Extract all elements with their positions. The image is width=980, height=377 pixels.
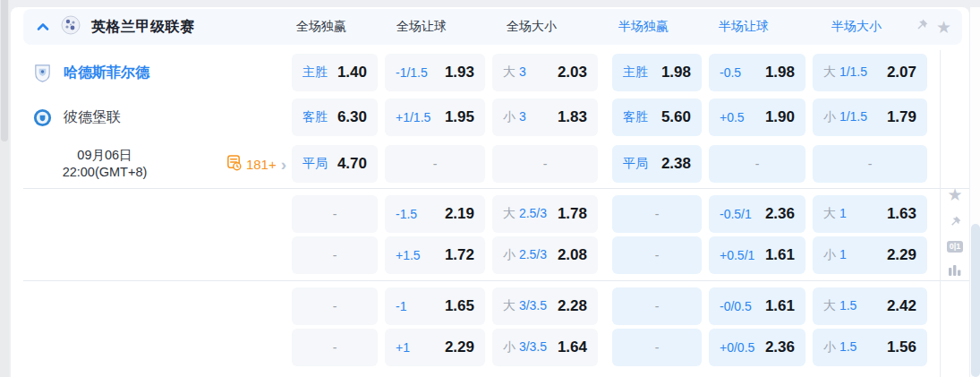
right-scrollbar-thumb[interactable] bbox=[971, 224, 980, 377]
home-team-name[interactable]: 哈德斯菲尔德 bbox=[64, 64, 149, 82]
odds-value: 2.03 bbox=[558, 64, 587, 81]
column-headers: 全场独赢 全场让球 全场大小 半场独赢 半场让球 半场大小 bbox=[278, 19, 914, 35]
odds-value: 4.70 bbox=[337, 155, 367, 173]
alt-row: --1.52.19大 2.5/31.78--0.5/12.36大 11.63 bbox=[23, 193, 969, 235]
odds-table: 哈德斯菲尔德 主胜1.40-1/1.51.93大 32.03主胜1.98-0.5… bbox=[11, 45, 969, 373]
match-date: 09月06日 bbox=[25, 147, 184, 164]
odds-cell[interactable]: +0.51.90 bbox=[709, 99, 805, 136]
odds-value: 2.29 bbox=[887, 246, 916, 264]
odds-value: 1.78 bbox=[558, 205, 587, 223]
odds-cell[interactable]: +12.29 bbox=[385, 329, 485, 366]
odds-cell[interactable]: 大 11.63 bbox=[813, 195, 927, 233]
markets-stats-icon bbox=[226, 154, 243, 175]
odds-cell[interactable]: -11.65 bbox=[385, 287, 485, 325]
empty-odds-dash: - bbox=[503, 157, 587, 171]
main-lines-section: 哈德斯菲尔德 主胜1.40-1/1.51.93大 32.03主胜1.98-0.5… bbox=[23, 45, 969, 188]
column-header-fulltime-handicap: 全场让球 bbox=[371, 19, 472, 35]
left-scrollbar[interactable] bbox=[0, 0, 9, 377]
overunder-line: 大 1/1.5 bbox=[823, 64, 867, 81]
odds-cell[interactable]: 大 32.03 bbox=[492, 54, 598, 91]
odds-cell[interactable]: 大 1.52.42 bbox=[813, 287, 927, 325]
odds-cell[interactable]: -1.52.19 bbox=[385, 195, 485, 233]
odds-cell-empty: - bbox=[492, 145, 598, 183]
match-info: 09月06日 22:00(GMT+8) bbox=[23, 147, 292, 181]
odds-cell[interactable]: -0.5/12.36 bbox=[709, 195, 805, 233]
more-markets-link[interactable]: 181+ › bbox=[226, 154, 286, 175]
odds-cell[interactable]: +0.5/11.61 bbox=[709, 236, 805, 274]
odds-cell-empty: - bbox=[709, 145, 805, 183]
odds-cell[interactable]: 小 31.83 bbox=[492, 99, 598, 136]
overunder-line: 小 1 bbox=[823, 247, 847, 263]
odds-value: 2.36 bbox=[765, 338, 795, 356]
away-team-row: 彼德堡联 客胜6.30+1/1.51.95小 31.83客胜5.60+0.51.… bbox=[23, 95, 969, 140]
odds-cell[interactable]: 小 2.5/32.08 bbox=[492, 236, 598, 274]
odds-cell[interactable]: 小 1/1.51.79 bbox=[813, 99, 927, 136]
left-scrollbar-thumb[interactable] bbox=[1, 0, 8, 141]
odds-cell[interactable]: 大 2.5/31.78 bbox=[492, 195, 598, 233]
odds-value: 1.72 bbox=[445, 246, 474, 264]
handicap-line: +0.5/1 bbox=[720, 248, 754, 262]
alt-lines-section-1: --1.52.19大 2.5/31.78--0.5/12.36大 11.63 -… bbox=[23, 189, 969, 280]
draw-row: 09月06日 22:00(GMT+8) bbox=[23, 140, 969, 188]
home-team[interactable]: 哈德斯菲尔德 bbox=[23, 62, 292, 83]
odds-cell[interactable]: -0/0.51.61 bbox=[709, 287, 805, 325]
alt-odds-row: -+12.29小 3/3.51.64-+0/0.52.36小 1.51.56 bbox=[292, 329, 927, 366]
empty-odds-dash: - bbox=[720, 157, 795, 171]
star-icon[interactable]: ★ bbox=[936, 19, 951, 36]
away-team[interactable]: 彼德堡联 bbox=[23, 107, 292, 128]
odds-cell[interactable]: 平局2.38 bbox=[612, 145, 702, 183]
alt-odds-row: --11.65大 3/3.52.28--0/0.51.61大 1.52.42 bbox=[292, 287, 927, 325]
odds-cell[interactable]: 小 1.51.56 bbox=[813, 329, 927, 366]
odds-cell[interactable]: 小 3/3.51.64 bbox=[492, 329, 598, 366]
favorite-star-icon[interactable]: ★ bbox=[947, 186, 962, 203]
odds-value: 2.28 bbox=[558, 297, 587, 315]
handicap-line: -1.5 bbox=[396, 207, 417, 221]
odds-value: 1.56 bbox=[887, 338, 916, 356]
odds-cell[interactable]: 客胜6.30 bbox=[292, 99, 378, 136]
pin-icon[interactable] bbox=[914, 18, 929, 37]
overunder-line: 大 1.5 bbox=[823, 298, 856, 314]
away-team-name[interactable]: 彼德堡联 bbox=[64, 108, 121, 127]
odds-value: 1.79 bbox=[887, 108, 916, 126]
odds-cell[interactable]: 小 12.29 bbox=[813, 236, 927, 274]
empty-odds-dash: - bbox=[623, 248, 691, 262]
odds-label: 客胜 bbox=[303, 109, 328, 125]
odds-value: 1.65 bbox=[445, 297, 474, 315]
odds-cell[interactable]: 主胜1.98 bbox=[612, 54, 702, 91]
empty-odds-dash: - bbox=[623, 299, 691, 313]
empty-odds-dash: - bbox=[823, 157, 916, 171]
odds-cell-empty: - bbox=[612, 195, 702, 233]
odds-cell-empty: - bbox=[813, 145, 927, 183]
odds-value: 1.40 bbox=[337, 64, 367, 81]
alt-row: -+1.51.72小 2.5/32.08-+0.5/11.61小 12.29 bbox=[23, 235, 969, 276]
odds-value: 2.08 bbox=[558, 246, 587, 264]
overunder-line: 小 3/3.5 bbox=[503, 339, 547, 356]
odds-cell[interactable]: 大 3/3.52.28 bbox=[492, 287, 598, 325]
collapse-chevron-up-icon[interactable] bbox=[36, 20, 50, 34]
odds-value: 1.64 bbox=[558, 338, 587, 356]
odds-cell[interactable]: -0.51.98 bbox=[709, 54, 805, 91]
bar-chart-icon[interactable] bbox=[948, 264, 962, 277]
odds-value: 1.93 bbox=[445, 64, 474, 81]
alt-lines-section-2: --11.65大 3/3.52.28--0/0.51.61大 1.52.42 -… bbox=[23, 281, 969, 373]
odds-value: 1.95 bbox=[445, 108, 474, 126]
column-header-halftime-overunder: 半场大小 bbox=[799, 19, 914, 35]
odds-cell[interactable]: 大 1/1.52.07 bbox=[813, 54, 927, 91]
league-header-left: 英格兰甲级联赛 bbox=[23, 14, 278, 39]
odds-value: 1.98 bbox=[765, 64, 795, 81]
overunder-line: 小 3 bbox=[503, 109, 526, 125]
odds-cell[interactable]: 客胜5.60 bbox=[612, 99, 702, 136]
odds-value: 2.29 bbox=[445, 338, 474, 356]
markets-count[interactable]: 181+ bbox=[246, 157, 277, 172]
odds-cell[interactable]: 平局4.70 bbox=[292, 145, 378, 183]
odds-cell[interactable]: +1/1.51.95 bbox=[385, 99, 485, 136]
empty-odds-dash: - bbox=[396, 157, 474, 171]
odds-cell[interactable]: +1.51.72 bbox=[385, 236, 485, 274]
odds-cell[interactable]: -1/1.51.93 bbox=[385, 54, 485, 91]
odds-cell[interactable]: 主胜1.40 bbox=[292, 54, 378, 91]
empty-odds-dash: - bbox=[623, 340, 691, 355]
pin-icon[interactable] bbox=[948, 215, 962, 229]
odds-cell-empty: - bbox=[292, 236, 378, 274]
odds-cell[interactable]: +0/0.52.36 bbox=[709, 329, 805, 366]
odds-format-01-icon[interactable]: 0|1 bbox=[947, 241, 964, 253]
